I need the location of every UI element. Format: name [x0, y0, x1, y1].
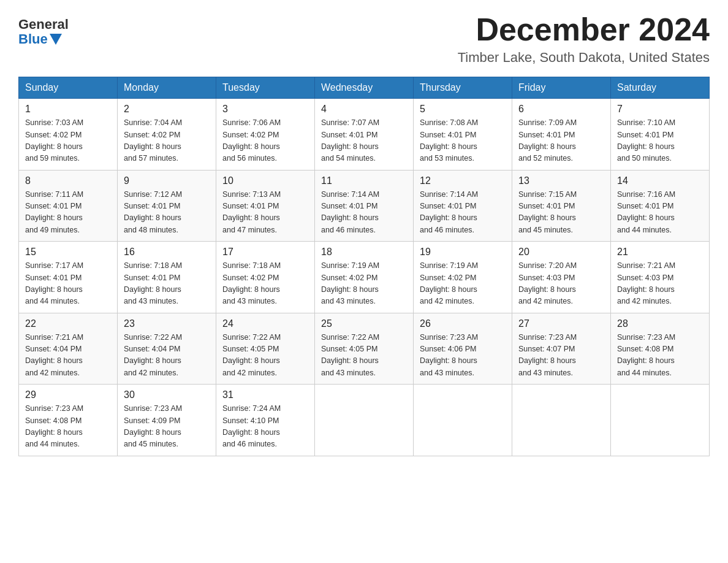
table-row: 14 Sunrise: 7:16 AM Sunset: 4:01 PM Dayl… — [611, 170, 710, 242]
table-row: 1 Sunrise: 7:03 AM Sunset: 4:02 PM Dayli… — [19, 99, 118, 170]
table-row: 20 Sunrise: 7:20 AM Sunset: 4:03 PM Dayl… — [512, 242, 611, 313]
day-info: Sunrise: 7:03 AM Sunset: 4:02 PM Dayligh… — [25, 117, 111, 165]
day-info: Sunrise: 7:22 AM Sunset: 4:05 PM Dayligh… — [222, 332, 308, 380]
day-number: 4 — [321, 104, 407, 115]
calendar-table: Sunday Monday Tuesday Wednesday Thursday… — [18, 77, 710, 456]
day-info: Sunrise: 7:12 AM Sunset: 4:01 PM Dayligh… — [124, 189, 210, 237]
table-row: 6 Sunrise: 7:09 AM Sunset: 4:01 PM Dayli… — [512, 99, 611, 170]
table-row: 18 Sunrise: 7:19 AM Sunset: 4:02 PM Dayl… — [315, 242, 414, 313]
location-subtitle: Timber Lake, South Dakota, United States — [458, 50, 710, 66]
logo-triangle-icon — [50, 34, 62, 45]
day-info: Sunrise: 7:06 AM Sunset: 4:02 PM Dayligh… — [222, 117, 308, 165]
day-number: 21 — [617, 247, 703, 258]
day-info: Sunrise: 7:19 AM Sunset: 4:02 PM Dayligh… — [321, 260, 407, 308]
day-number: 10 — [222, 175, 308, 186]
calendar-header-row: Sunday Monday Tuesday Wednesday Thursday… — [19, 77, 710, 99]
col-sunday: Sunday — [19, 77, 118, 99]
table-row — [315, 385, 414, 456]
table-row — [512, 385, 611, 456]
logo-blue-text: Blue — [18, 32, 62, 47]
day-info: Sunrise: 7:20 AM Sunset: 4:03 PM Dayligh… — [518, 260, 604, 308]
day-info: Sunrise: 7:17 AM Sunset: 4:01 PM Dayligh… — [25, 260, 111, 308]
day-info: Sunrise: 7:23 AM Sunset: 4:08 PM Dayligh… — [617, 332, 703, 380]
day-number: 22 — [25, 318, 111, 329]
table-row: 8 Sunrise: 7:11 AM Sunset: 4:01 PM Dayli… — [19, 170, 118, 242]
day-number: 24 — [222, 318, 308, 329]
logo-general-text: General — [18, 17, 69, 32]
day-number: 31 — [222, 389, 308, 400]
day-number: 30 — [124, 389, 210, 400]
table-row: 9 Sunrise: 7:12 AM Sunset: 4:01 PM Dayli… — [118, 170, 216, 242]
day-number: 3 — [222, 104, 308, 115]
day-number: 18 — [321, 247, 407, 258]
col-monday: Monday — [118, 77, 216, 99]
logo: General Blue — [18, 17, 69, 47]
day-info: Sunrise: 7:15 AM Sunset: 4:01 PM Dayligh… — [518, 189, 604, 237]
day-info: Sunrise: 7:08 AM Sunset: 4:01 PM Dayligh… — [420, 117, 506, 165]
day-number: 28 — [617, 318, 703, 329]
table-row: 27 Sunrise: 7:23 AM Sunset: 4:07 PM Dayl… — [512, 313, 611, 385]
day-number: 1 — [25, 104, 111, 115]
day-info: Sunrise: 7:18 AM Sunset: 4:01 PM Dayligh… — [124, 260, 210, 308]
day-info: Sunrise: 7:23 AM Sunset: 4:07 PM Dayligh… — [518, 332, 604, 380]
table-row: 25 Sunrise: 7:22 AM Sunset: 4:05 PM Dayl… — [315, 313, 414, 385]
day-number: 11 — [321, 175, 407, 186]
day-info: Sunrise: 7:23 AM Sunset: 4:08 PM Dayligh… — [25, 403, 111, 451]
table-row: 23 Sunrise: 7:22 AM Sunset: 4:04 PM Dayl… — [118, 313, 216, 385]
day-info: Sunrise: 7:21 AM Sunset: 4:03 PM Dayligh… — [617, 260, 703, 308]
day-number: 25 — [321, 318, 407, 329]
table-row: 11 Sunrise: 7:14 AM Sunset: 4:01 PM Dayl… — [315, 170, 414, 242]
day-number: 23 — [124, 318, 210, 329]
day-info: Sunrise: 7:04 AM Sunset: 4:02 PM Dayligh… — [124, 117, 210, 165]
day-number: 27 — [518, 318, 604, 329]
day-number: 20 — [518, 247, 604, 258]
day-number: 9 — [124, 175, 210, 186]
table-row: 30 Sunrise: 7:23 AM Sunset: 4:09 PM Dayl… — [118, 385, 216, 456]
day-info: Sunrise: 7:18 AM Sunset: 4:02 PM Dayligh… — [222, 260, 308, 308]
day-number: 7 — [617, 104, 703, 115]
table-row: 7 Sunrise: 7:10 AM Sunset: 4:01 PM Dayli… — [611, 99, 710, 170]
day-number: 5 — [420, 104, 506, 115]
table-row: 13 Sunrise: 7:15 AM Sunset: 4:01 PM Dayl… — [512, 170, 611, 242]
day-info: Sunrise: 7:11 AM Sunset: 4:01 PM Dayligh… — [25, 189, 111, 237]
table-row: 3 Sunrise: 7:06 AM Sunset: 4:02 PM Dayli… — [216, 99, 315, 170]
day-number: 29 — [25, 389, 111, 400]
table-row: 24 Sunrise: 7:22 AM Sunset: 4:05 PM Dayl… — [216, 313, 315, 385]
day-info: Sunrise: 7:24 AM Sunset: 4:10 PM Dayligh… — [222, 403, 308, 451]
day-info: Sunrise: 7:22 AM Sunset: 4:04 PM Dayligh… — [124, 332, 210, 380]
day-info: Sunrise: 7:19 AM Sunset: 4:02 PM Dayligh… — [420, 260, 506, 308]
table-row — [611, 385, 710, 456]
table-row: 5 Sunrise: 7:08 AM Sunset: 4:01 PM Dayli… — [414, 99, 512, 170]
day-info: Sunrise: 7:14 AM Sunset: 4:01 PM Dayligh… — [420, 189, 506, 237]
table-row: 2 Sunrise: 7:04 AM Sunset: 4:02 PM Dayli… — [118, 99, 216, 170]
day-info: Sunrise: 7:16 AM Sunset: 4:01 PM Dayligh… — [617, 189, 703, 237]
table-row: 4 Sunrise: 7:07 AM Sunset: 4:01 PM Dayli… — [315, 99, 414, 170]
month-title: December 2024 — [458, 12, 710, 47]
day-info: Sunrise: 7:14 AM Sunset: 4:01 PM Dayligh… — [321, 189, 407, 237]
day-number: 13 — [518, 175, 604, 186]
day-number: 6 — [518, 104, 604, 115]
col-thursday: Thursday — [414, 77, 512, 99]
day-number: 12 — [420, 175, 506, 186]
table-row: 26 Sunrise: 7:23 AM Sunset: 4:06 PM Dayl… — [414, 313, 512, 385]
col-tuesday: Tuesday — [216, 77, 315, 99]
table-row: 16 Sunrise: 7:18 AM Sunset: 4:01 PM Dayl… — [118, 242, 216, 313]
calendar-week-row: 15 Sunrise: 7:17 AM Sunset: 4:01 PM Dayl… — [19, 242, 710, 313]
col-saturday: Saturday — [611, 77, 710, 99]
day-info: Sunrise: 7:21 AM Sunset: 4:04 PM Dayligh… — [25, 332, 111, 380]
day-number: 8 — [25, 175, 111, 186]
table-row: 31 Sunrise: 7:24 AM Sunset: 4:10 PM Dayl… — [216, 385, 315, 456]
day-info: Sunrise: 7:23 AM Sunset: 4:09 PM Dayligh… — [124, 403, 210, 451]
table-row: 29 Sunrise: 7:23 AM Sunset: 4:08 PM Dayl… — [19, 385, 118, 456]
table-row: 21 Sunrise: 7:21 AM Sunset: 4:03 PM Dayl… — [611, 242, 710, 313]
day-number: 16 — [124, 247, 210, 258]
day-number: 17 — [222, 247, 308, 258]
table-row: 15 Sunrise: 7:17 AM Sunset: 4:01 PM Dayl… — [19, 242, 118, 313]
calendar-week-row: 1 Sunrise: 7:03 AM Sunset: 4:02 PM Dayli… — [19, 99, 710, 170]
day-number: 19 — [420, 247, 506, 258]
table-row: 17 Sunrise: 7:18 AM Sunset: 4:02 PM Dayl… — [216, 242, 315, 313]
day-info: Sunrise: 7:23 AM Sunset: 4:06 PM Dayligh… — [420, 332, 506, 380]
table-row: 12 Sunrise: 7:14 AM Sunset: 4:01 PM Dayl… — [414, 170, 512, 242]
day-info: Sunrise: 7:10 AM Sunset: 4:01 PM Dayligh… — [617, 117, 703, 165]
day-info: Sunrise: 7:09 AM Sunset: 4:01 PM Dayligh… — [518, 117, 604, 165]
